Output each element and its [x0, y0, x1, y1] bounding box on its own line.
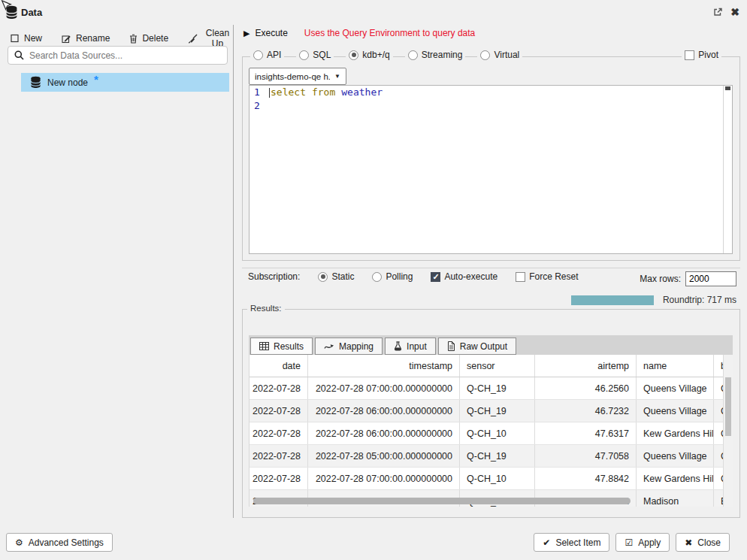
- search-input[interactable]: [29, 50, 221, 61]
- delete-trash-icon: [129, 34, 138, 44]
- column-header[interactable]: date: [250, 355, 308, 377]
- column-header[interactable]: sensor: [460, 355, 535, 377]
- cleanup-broom-icon: [188, 34, 198, 44]
- environment-value: insights-demo-qe h...: [255, 72, 330, 81]
- text-caret: [269, 88, 270, 98]
- cell-sensor: Q-CH_19: [460, 400, 535, 422]
- radio-virtual[interactable]: Virtual: [477, 50, 522, 60]
- code-keyword: select: [271, 86, 306, 99]
- table-horizontal-scrollbar[interactable]: [253, 498, 631, 504]
- query-panel: ▶ Execute Uses the Query Environment to …: [239, 25, 741, 560]
- code-keyword: from: [312, 86, 335, 99]
- cell-timestamp: 2022-07-28 05:00:00.000000000: [308, 445, 460, 467]
- column-header[interactable]: airtemp: [535, 355, 637, 377]
- cell-airtemp: 46.7232: [535, 400, 637, 422]
- radio-label: SQL: [313, 50, 331, 60]
- new-label: New: [24, 33, 42, 44]
- force-reset-checkbox[interactable]: Force Reset: [513, 271, 581, 282]
- column-header[interactable]: timestamp: [308, 355, 460, 377]
- radio-polling[interactable]: Polling: [369, 271, 416, 282]
- table-row[interactable]: 2022-07-28 2022-07-28 05:00:00.000000000…: [250, 445, 733, 468]
- execute-button[interactable]: ▶ Execute: [243, 28, 288, 38]
- flask-icon: [394, 341, 402, 351]
- max-rows-input[interactable]: [685, 271, 736, 286]
- database-icon: [30, 76, 41, 89]
- tab-label: Input: [407, 341, 427, 352]
- cell-date: 2022-07-28: [250, 468, 308, 489]
- table-header-row: date timestamp sensor airtemp name bor: [250, 355, 733, 377]
- max-rows-label: Max rows:: [640, 274, 681, 284]
- cell-sensor: Q-CH_10: [460, 422, 535, 444]
- data-sources-panel: New Rename Delete Clean Up New node *: [0, 25, 233, 560]
- cell-airtemp: 47.6317: [535, 422, 637, 444]
- pivot-label: Pivot: [698, 50, 718, 60]
- select-item-button[interactable]: ✔ Select Item: [534, 533, 609, 552]
- query-code-editor[interactable]: 1 select from weather 2: [249, 85, 733, 254]
- open-in-new-icon[interactable]: [711, 5, 724, 19]
- checkbox-check-icon: ☑: [625, 537, 633, 548]
- cell-airtemp: 46.2560: [535, 377, 637, 399]
- apply-label: Apply: [638, 537, 661, 548]
- close-button[interactable]: ✖ Close: [676, 533, 730, 552]
- scrollbar-thumb[interactable]: [725, 377, 731, 436]
- radio-api[interactable]: API: [250, 50, 284, 60]
- tree-item-label: New node: [47, 77, 88, 88]
- radio-label: API: [267, 50, 281, 60]
- results-table: date timestamp sensor airtemp name bor 2…: [249, 355, 733, 507]
- scrollbar-thumb[interactable]: [725, 86, 730, 90]
- section-divider: [242, 268, 740, 268]
- checkbox-label: Auto-execute: [444, 271, 497, 282]
- checkbox-icon: [685, 50, 694, 60]
- cell-timestamp: 2022-07-28 07:00:00.000000000: [308, 377, 460, 399]
- radio-streaming[interactable]: Streaming: [405, 50, 466, 60]
- cell-timestamp: 2022-07-28 06:00:00.000000000: [308, 422, 460, 444]
- query-environment-hint: Uses the Query Environment to query data: [304, 28, 475, 38]
- radio-selected-icon: [318, 272, 328, 282]
- auto-execute-checkbox[interactable]: Auto-execute: [428, 271, 501, 282]
- checkbox-checked-icon: [431, 272, 440, 282]
- editor-vertical-scrollbar[interactable]: [723, 86, 732, 253]
- radio-sql[interactable]: SQL: [296, 50, 334, 60]
- tree-item-new-node[interactable]: New node *: [21, 73, 229, 92]
- advanced-settings-label: Advanced Settings: [29, 537, 104, 548]
- table-row[interactable]: 2022-07-28 2022-07-28 06:00:00.000000000…: [250, 422, 733, 445]
- radio-kdbq[interactable]: kdb+/q: [346, 50, 392, 60]
- cell-airtemp: 47.8842: [535, 468, 637, 489]
- apply-button[interactable]: ☑ Apply: [615, 533, 670, 552]
- radio-label: kdb+/q: [362, 50, 389, 60]
- pivot-checkbox[interactable]: Pivot: [682, 50, 721, 60]
- close-x-icon[interactable]: ✖: [728, 5, 742, 19]
- cell-timestamp: 2022-07-28 06:00:00.000000000: [308, 400, 460, 422]
- gear-icon: ⚙: [15, 537, 23, 548]
- environment-dropdown[interactable]: insights-demo-qe h... ▼: [249, 68, 346, 85]
- cell-date: 2022-07-28: [250, 400, 308, 422]
- search-icon: [14, 50, 24, 60]
- radio-static[interactable]: Static: [315, 271, 357, 282]
- radio-label: Static: [331, 271, 354, 282]
- cell-name: Kew Gardens Hil: [637, 422, 714, 444]
- close-x-icon: ✖: [685, 537, 692, 548]
- cell-sensor: Q-CH_19: [460, 377, 535, 399]
- tab-results[interactable]: Results: [250, 338, 313, 355]
- radio-label: Streaming: [422, 50, 463, 60]
- table-row[interactable]: 2022-07-28 2022-07-28 06:00:00.000000000…: [250, 400, 733, 422]
- panel-divider[interactable]: [233, 25, 234, 518]
- tab-mapping[interactable]: Mapping: [315, 338, 383, 355]
- rename-label: Rename: [76, 33, 110, 44]
- cell-date: 2022-07-28: [250, 445, 308, 467]
- cell-date: 2022-07-28: [250, 377, 308, 399]
- tab-input[interactable]: Input: [385, 338, 436, 355]
- advanced-settings-button[interactable]: ⚙ Advanced Settings: [6, 533, 113, 552]
- cell-name: Kew Gardens Hil: [637, 468, 714, 489]
- tab-raw-output[interactable]: Raw Output: [438, 338, 516, 355]
- cell-name: Queens Village: [637, 377, 714, 399]
- query-type-group: API SQL kdb+/q Streaming Virtual Pivot: [242, 56, 740, 261]
- table-row[interactable]: 2022-07-28 2022-07-28 07:00:00.000000000…: [250, 377, 733, 400]
- execute-label: Execute: [255, 28, 287, 38]
- column-header[interactable]: name: [637, 355, 714, 377]
- table-vertical-scrollbar[interactable]: [723, 355, 733, 507]
- radio-label: Virtual: [494, 50, 519, 60]
- line-number: 2: [250, 99, 269, 113]
- document-icon: [447, 341, 455, 351]
- table-row[interactable]: 2022-07-28 2022-07-28 07:00:00.000000000…: [250, 468, 733, 490]
